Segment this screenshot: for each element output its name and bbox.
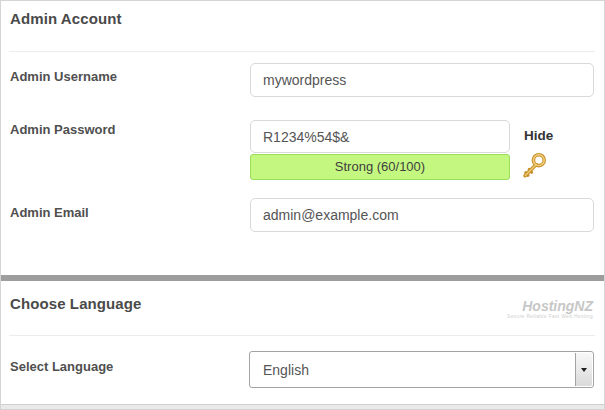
chevron-down-icon xyxy=(581,368,587,372)
section-separator xyxy=(1,275,604,281)
section-divider xyxy=(9,335,595,336)
admin-account-section-title: Admin Account xyxy=(10,10,122,27)
language-select-arrow-button[interactable] xyxy=(575,353,592,386)
password-strength-meter: Strong (60/100) xyxy=(250,154,510,180)
admin-password-input[interactable] xyxy=(250,120,510,153)
panel-bottom-edge xyxy=(1,404,604,410)
admin-username-label: Admin Username xyxy=(10,69,117,84)
choose-language-section-title: Choose Language xyxy=(10,295,142,312)
section-divider xyxy=(9,51,595,52)
key-icon[interactable] xyxy=(519,152,547,180)
admin-password-label: Admin Password xyxy=(10,122,115,137)
brand-logo: HostingNZ xyxy=(507,299,593,314)
password-strength-text: Strong (60/100) xyxy=(335,159,425,174)
language-select[interactable]: English xyxy=(249,351,594,388)
password-hide-toggle[interactable]: Hide xyxy=(524,128,553,143)
select-language-label: Select Language xyxy=(10,359,113,374)
admin-username-input[interactable] xyxy=(250,63,594,97)
brand-tagline: Secure Reliable Fast Web Hosting xyxy=(507,314,593,319)
brand-watermark: HostingNZ Secure Reliable Fast Web Hosti… xyxy=(507,299,593,319)
language-select-value: English xyxy=(263,352,309,387)
admin-email-label: Admin Email xyxy=(10,205,89,220)
install-form-panel: Admin Account Admin Username Admin Passw… xyxy=(0,0,605,410)
admin-email-input[interactable] xyxy=(250,198,594,232)
